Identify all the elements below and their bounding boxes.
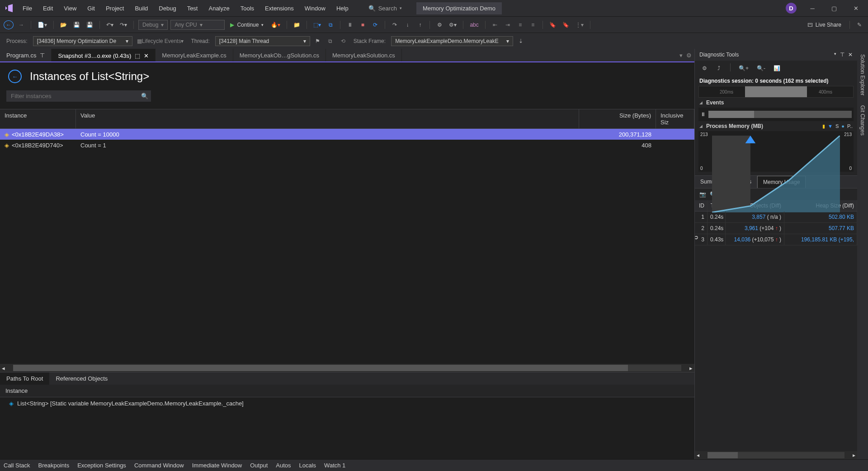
- restart-icon[interactable]: ⟳: [370, 20, 380, 30]
- app-insights-icon[interactable]: ⬚▾: [311, 20, 323, 30]
- status-item[interactable]: Output: [250, 462, 268, 469]
- status-item[interactable]: Autos: [276, 462, 291, 469]
- document-tab[interactable]: MemoryLeakExample.cs: [156, 49, 233, 61]
- save-all-icon[interactable]: 💾: [85, 20, 95, 30]
- status-item[interactable]: Breakpoints: [38, 462, 70, 469]
- continue-button[interactable]: ▶ Continue ▾: [227, 22, 266, 28]
- stop-icon[interactable]: ■: [358, 20, 368, 30]
- timeline-ruler[interactable]: 200ms 400ms: [698, 86, 854, 98]
- menu-file[interactable]: File: [17, 2, 38, 14]
- menu-window[interactable]: Window: [299, 2, 331, 14]
- platform-dropdown[interactable]: Any CPU ▾: [170, 20, 225, 30]
- new-item-icon[interactable]: 📄▾: [36, 20, 49, 30]
- menu-tools[interactable]: Tools: [235, 2, 259, 14]
- snapshot-row[interactable]: ➲30.43s14,036 (+10,075 ↑ )196,185.81 KB …: [695, 234, 857, 245]
- git-changes-tab[interactable]: Git Changes: [859, 103, 866, 138]
- status-item[interactable]: Immediate Window: [192, 462, 242, 469]
- stack-select[interactable]: MemoryLeakExampleDemo.MemoryLeakE▾: [391, 36, 513, 46]
- col-value[interactable]: Value: [76, 109, 579, 128]
- menu-help[interactable]: Help: [331, 2, 354, 14]
- menu-build[interactable]: Build: [129, 2, 153, 14]
- close-button[interactable]: ✕: [845, 1, 866, 15]
- folder-icon[interactable]: 📁: [292, 20, 302, 30]
- live-share-button[interactable]: ⮹ Live Share: [804, 20, 845, 30]
- document-tab[interactable]: MemoryLeakOb…gSolution.cs: [233, 49, 326, 61]
- menu-extensions[interactable]: Extensions: [259, 2, 299, 14]
- gear-icon[interactable]: ⚙: [686, 52, 692, 59]
- screenshot-icon[interactable]: ⧉: [326, 20, 335, 30]
- grid-hscroll[interactable]: ◂ ▸: [0, 364, 694, 372]
- back-button[interactable]: ←: [8, 70, 22, 83]
- filter-input-wrap[interactable]: 🔍: [6, 90, 151, 102]
- hot-reload-icon[interactable]: 🔥▾: [269, 20, 282, 30]
- minimize-button[interactable]: ─: [802, 1, 823, 15]
- menu-debug[interactable]: Debug: [153, 2, 181, 14]
- diag-hscroll[interactable]: ◂ ▸: [695, 451, 857, 459]
- menu-test[interactable]: Test: [182, 2, 203, 14]
- status-item[interactable]: Command Window: [134, 462, 184, 469]
- bookmark2-icon[interactable]: 🔖: [561, 20, 571, 30]
- status-item[interactable]: Watch 1: [324, 462, 345, 469]
- path-row[interactable]: ◈ List<String> [Static variable MemoryLe…: [0, 397, 694, 410]
- snapshot-row[interactable]: 10.24s3,857 ( n/a )502.80 KB: [695, 212, 857, 223]
- user-avatar[interactable]: D: [786, 3, 797, 14]
- gear-icon[interactable]: ⚙: [699, 63, 709, 73]
- config-dropdown[interactable]: Debug ▾: [138, 20, 168, 30]
- pin-icon[interactable]: ⊤: [40, 52, 45, 59]
- chart-icon[interactable]: 📊: [772, 63, 782, 73]
- pin-icon[interactable]: ⊤: [840, 52, 844, 58]
- process-select[interactable]: [34836] Memory Optimization De▾: [33, 36, 132, 46]
- bookmark-icon[interactable]: 🔖: [547, 20, 558, 30]
- feedback-icon[interactable]: ✎: [854, 20, 864, 30]
- nav-back-icon[interactable]: ←: [4, 20, 14, 29]
- menu-git[interactable]: Git: [82, 2, 100, 14]
- procmem-section-header[interactable]: Process Memory (MB) ▮ ▼S ●P..: [695, 121, 857, 131]
- instance-row[interactable]: ◈ <0x18B2E49D740>Count = 1408: [0, 140, 694, 151]
- open-icon[interactable]: 📂: [58, 20, 69, 30]
- paths-col-instance[interactable]: Instance: [0, 385, 694, 397]
- step-into-icon[interactable]: ↓: [402, 20, 412, 30]
- chevron-down-icon[interactable]: ▾: [834, 52, 836, 58]
- flag-icon[interactable]: ⚑: [313, 36, 323, 46]
- close-icon[interactable]: ✕: [144, 52, 149, 59]
- process-memory-chart[interactable]: 213 0 213 0: [698, 131, 854, 172]
- pause-icon[interactable]: ⏸: [700, 111, 706, 118]
- thread-select[interactable]: [34128] Main Thread▾: [215, 36, 310, 46]
- instance-row[interactable]: ◈ <0x18B2E49DA38>Count = 10000200,371,12…: [0, 129, 694, 140]
- col-inclusive[interactable]: Inclusive Siz: [656, 109, 694, 128]
- undo-icon[interactable]: ↶▾: [104, 20, 115, 30]
- save-icon[interactable]: 💾: [71, 20, 82, 30]
- col-size[interactable]: Size (Bytes): [579, 109, 656, 128]
- lower-tab[interactable]: Referenced Objects: [49, 372, 114, 385]
- overflow-icon[interactable]: ⇣: [516, 36, 526, 46]
- document-tab[interactable]: MemoryLeakSolution.cs: [326, 49, 402, 61]
- menu-view[interactable]: View: [58, 2, 82, 14]
- document-tab[interactable]: Snapshot #3…o.exe (0.43s)⬚✕: [52, 49, 156, 61]
- step-out-icon[interactable]: ↑: [415, 20, 425, 30]
- search-box[interactable]: 🔍 Search ▾: [364, 3, 406, 14]
- status-item[interactable]: Exception Settings: [77, 462, 126, 469]
- status-item[interactable]: Locals: [299, 462, 316, 469]
- col-id[interactable]: ID: [695, 200, 708, 211]
- redo-icon[interactable]: ↷▾: [118, 20, 129, 30]
- preview-icon[interactable]: ⬚: [135, 52, 140, 59]
- zoom-in-icon[interactable]: 🔍+: [737, 63, 750, 73]
- menu-analyze[interactable]: Analyze: [203, 2, 235, 14]
- lower-tab[interactable]: Paths To Root: [0, 372, 49, 385]
- tools2-icon[interactable]: ⚙▾: [447, 20, 458, 30]
- camera-icon[interactable]: 📷: [699, 191, 706, 198]
- more-icon[interactable]: ⋮▾: [574, 20, 585, 30]
- step-over-icon[interactable]: ↷: [390, 20, 400, 30]
- abc-icon[interactable]: abc: [468, 20, 480, 30]
- menu-edit[interactable]: Edit: [38, 2, 58, 14]
- export-icon[interactable]: ⤴: [714, 63, 724, 73]
- maximize-button[interactable]: ▢: [824, 1, 844, 15]
- events-track[interactable]: ⏸: [698, 108, 854, 121]
- solution-explorer-tab[interactable]: Solution Explorer: [859, 52, 866, 98]
- status-item[interactable]: Call Stack: [4, 462, 30, 469]
- zoom-out-icon[interactable]: 🔍-: [755, 63, 767, 73]
- close-icon[interactable]: ✕: [848, 52, 853, 58]
- events-section-header[interactable]: Events: [695, 98, 857, 108]
- col-instance[interactable]: Instance: [0, 109, 76, 128]
- document-tab[interactable]: Program.cs⊤: [0, 49, 52, 61]
